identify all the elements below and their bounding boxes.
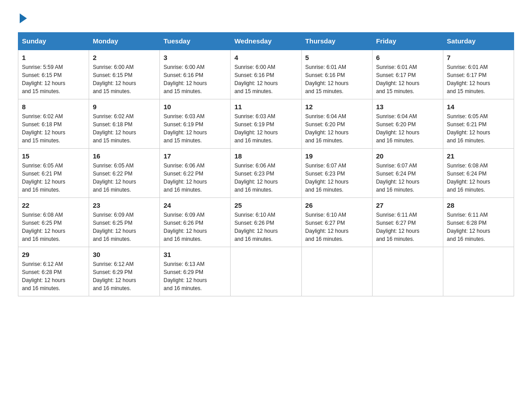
page-header	[18, 13, 514, 23]
header-cell-wednesday: Wednesday	[231, 33, 301, 50]
day-info: Sunrise: 6:01 AMSunset: 6:16 PMDaylight:…	[305, 64, 349, 94]
day-info: Sunrise: 6:07 AMSunset: 6:24 PMDaylight:…	[376, 163, 420, 193]
day-number: 20	[376, 152, 439, 160]
calendar-cell: 17 Sunrise: 6:06 AMSunset: 6:22 PMDaylig…	[160, 149, 231, 198]
day-info: Sunrise: 6:06 AMSunset: 6:22 PMDaylight:…	[163, 163, 207, 193]
day-info: Sunrise: 6:13 AMSunset: 6:29 PMDaylight:…	[163, 261, 207, 291]
day-number: 9	[93, 103, 156, 111]
logo-arrow-icon	[20, 13, 27, 23]
day-info: Sunrise: 6:04 AMSunset: 6:20 PMDaylight:…	[305, 113, 349, 144]
header-cell-thursday: Thursday	[301, 33, 372, 50]
day-number: 3	[163, 54, 227, 61]
calendar-cell: 14 Sunrise: 6:05 AMSunset: 6:21 PMDaylig…	[443, 99, 514, 149]
week-row-5: 29 Sunrise: 6:12 AMSunset: 6:28 PMDaylig…	[18, 247, 514, 296]
day-number: 25	[234, 201, 297, 209]
day-number: 28	[447, 201, 510, 209]
day-number: 10	[163, 103, 227, 111]
calendar-cell: 21 Sunrise: 6:08 AMSunset: 6:24 PMDaylig…	[443, 149, 514, 198]
calendar-cell: 11 Sunrise: 6:03 AMSunset: 6:19 PMDaylig…	[231, 99, 301, 149]
day-number: 14	[447, 103, 510, 111]
day-info: Sunrise: 6:02 AMSunset: 6:18 PMDaylight:…	[22, 113, 65, 144]
calendar-cell: 3 Sunrise: 6:00 AMSunset: 6:16 PMDayligh…	[160, 50, 231, 99]
day-number: 31	[163, 251, 227, 258]
day-info: Sunrise: 6:05 AMSunset: 6:22 PMDaylight:…	[93, 163, 136, 193]
day-number: 8	[22, 103, 85, 111]
calendar-cell	[372, 247, 443, 296]
header-cell-friday: Friday	[372, 33, 443, 50]
calendar-cell: 1 Sunrise: 5:59 AMSunset: 6:15 PMDayligh…	[18, 50, 89, 99]
day-number: 12	[305, 103, 369, 111]
day-number: 22	[22, 201, 85, 209]
day-info: Sunrise: 6:07 AMSunset: 6:23 PMDaylight:…	[305, 163, 349, 193]
day-info: Sunrise: 6:03 AMSunset: 6:19 PMDaylight:…	[234, 113, 278, 144]
calendar-cell: 16 Sunrise: 6:05 AMSunset: 6:22 PMDaylig…	[89, 149, 160, 198]
day-number: 24	[163, 201, 227, 209]
day-number: 6	[376, 54, 439, 61]
calendar-cell: 12 Sunrise: 6:04 AMSunset: 6:20 PMDaylig…	[301, 99, 372, 149]
calendar-table: SundayMondayTuesdayWednesdayThursdayFrid…	[18, 32, 514, 296]
day-info: Sunrise: 6:00 AMSunset: 6:15 PMDaylight:…	[93, 64, 136, 94]
calendar-cell: 9 Sunrise: 6:02 AMSunset: 6:18 PMDayligh…	[89, 99, 160, 149]
week-row-4: 22 Sunrise: 6:08 AMSunset: 6:25 PMDaylig…	[18, 198, 514, 247]
calendar-cell: 27 Sunrise: 6:11 AMSunset: 6:27 PMDaylig…	[372, 198, 443, 247]
day-info: Sunrise: 6:00 AMSunset: 6:16 PMDaylight:…	[234, 64, 278, 94]
day-info: Sunrise: 6:01 AMSunset: 6:17 PMDaylight:…	[447, 64, 490, 94]
day-info: Sunrise: 6:03 AMSunset: 6:19 PMDaylight:…	[163, 113, 207, 144]
day-number: 2	[93, 54, 156, 61]
calendar-cell: 5 Sunrise: 6:01 AMSunset: 6:16 PMDayligh…	[301, 50, 372, 99]
day-number: 4	[234, 54, 297, 61]
calendar-cell: 13 Sunrise: 6:04 AMSunset: 6:20 PMDaylig…	[372, 99, 443, 149]
day-number: 23	[93, 201, 156, 209]
calendar-cell: 19 Sunrise: 6:07 AMSunset: 6:23 PMDaylig…	[301, 149, 372, 198]
header-cell-tuesday: Tuesday	[160, 33, 231, 50]
day-number: 13	[376, 103, 439, 111]
day-number: 11	[234, 103, 297, 111]
day-info: Sunrise: 5:59 AMSunset: 6:15 PMDaylight:…	[22, 64, 65, 94]
calendar-cell: 22 Sunrise: 6:08 AMSunset: 6:25 PMDaylig…	[18, 198, 89, 247]
calendar-cell: 26 Sunrise: 6:10 AMSunset: 6:27 PMDaylig…	[301, 198, 372, 247]
calendar-cell: 8 Sunrise: 6:02 AMSunset: 6:18 PMDayligh…	[18, 99, 89, 149]
calendar-cell: 28 Sunrise: 6:11 AMSunset: 6:28 PMDaylig…	[443, 198, 514, 247]
calendar-cell	[231, 247, 301, 296]
day-number: 1	[22, 54, 85, 61]
day-number: 7	[447, 54, 510, 61]
day-info: Sunrise: 6:00 AMSunset: 6:16 PMDaylight:…	[163, 64, 207, 94]
day-info: Sunrise: 6:08 AMSunset: 6:24 PMDaylight:…	[447, 163, 490, 193]
day-info: Sunrise: 6:09 AMSunset: 6:26 PMDaylight:…	[163, 212, 207, 242]
header-cell-monday: Monday	[89, 33, 160, 50]
day-number: 5	[305, 54, 369, 61]
calendar-cell: 30 Sunrise: 6:12 AMSunset: 6:29 PMDaylig…	[89, 247, 160, 296]
day-number: 19	[305, 152, 369, 160]
day-info: Sunrise: 6:06 AMSunset: 6:23 PMDaylight:…	[234, 163, 278, 193]
day-number: 18	[234, 152, 297, 160]
calendar-body: 1 Sunrise: 5:59 AMSunset: 6:15 PMDayligh…	[18, 50, 514, 296]
calendar-cell: 7 Sunrise: 6:01 AMSunset: 6:17 PMDayligh…	[443, 50, 514, 99]
calendar-header: SundayMondayTuesdayWednesdayThursdayFrid…	[18, 33, 514, 50]
header-row: SundayMondayTuesdayWednesdayThursdayFrid…	[18, 33, 514, 50]
day-number: 17	[163, 152, 227, 160]
day-info: Sunrise: 6:05 AMSunset: 6:21 PMDaylight:…	[22, 163, 65, 193]
day-info: Sunrise: 6:08 AMSunset: 6:25 PMDaylight:…	[22, 212, 65, 242]
calendar-cell: 23 Sunrise: 6:09 AMSunset: 6:25 PMDaylig…	[89, 198, 160, 247]
day-number: 21	[447, 152, 510, 160]
day-info: Sunrise: 6:11 AMSunset: 6:27 PMDaylight:…	[376, 212, 420, 242]
day-number: 15	[22, 152, 85, 160]
day-number: 30	[93, 251, 156, 258]
week-row-2: 8 Sunrise: 6:02 AMSunset: 6:18 PMDayligh…	[18, 99, 514, 149]
header-cell-sunday: Sunday	[18, 33, 89, 50]
day-number: 29	[22, 251, 85, 258]
calendar-cell: 25 Sunrise: 6:10 AMSunset: 6:26 PMDaylig…	[231, 198, 301, 247]
calendar-cell	[443, 247, 514, 296]
calendar-cell: 6 Sunrise: 6:01 AMSunset: 6:17 PMDayligh…	[372, 50, 443, 99]
calendar-cell: 10 Sunrise: 6:03 AMSunset: 6:19 PMDaylig…	[160, 99, 231, 149]
calendar-cell: 2 Sunrise: 6:00 AMSunset: 6:15 PMDayligh…	[89, 50, 160, 99]
day-number: 27	[376, 201, 439, 209]
calendar-cell	[301, 247, 372, 296]
header-cell-saturday: Saturday	[443, 33, 514, 50]
day-info: Sunrise: 6:01 AMSunset: 6:17 PMDaylight:…	[376, 64, 420, 94]
day-info: Sunrise: 6:11 AMSunset: 6:28 PMDaylight:…	[447, 212, 490, 242]
day-info: Sunrise: 6:02 AMSunset: 6:18 PMDaylight:…	[93, 113, 136, 144]
calendar-cell: 4 Sunrise: 6:00 AMSunset: 6:16 PMDayligh…	[231, 50, 301, 99]
day-number: 26	[305, 201, 369, 209]
day-info: Sunrise: 6:09 AMSunset: 6:25 PMDaylight:…	[93, 212, 136, 242]
